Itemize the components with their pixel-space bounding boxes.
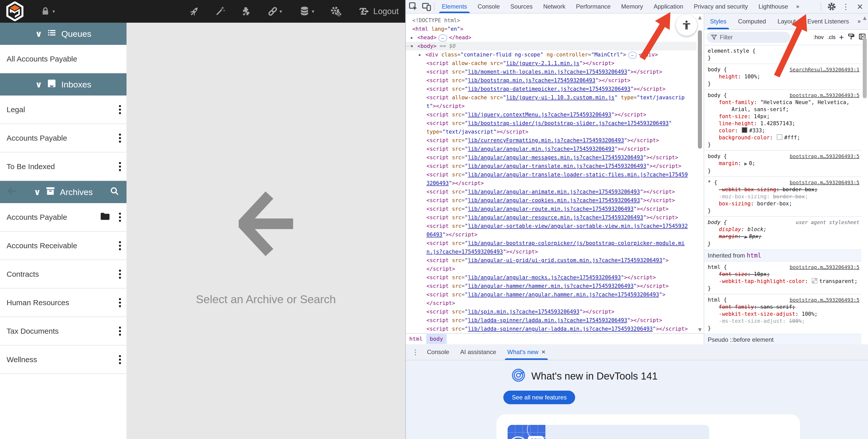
resource-link[interactable]: lib/bootstrap.min.js?cache=1754593206493 xyxy=(468,77,595,84)
property-name[interactable]: display xyxy=(719,226,741,232)
inherited-element-name[interactable]: html xyxy=(747,252,762,259)
property-value[interactable]: sans-serif xyxy=(760,304,792,310)
magic-wand-icon[interactable] xyxy=(214,5,226,17)
tab-console[interactable]: Console xyxy=(472,0,505,13)
dom-tree-row[interactable]: type="text/javascript"></script> xyxy=(406,127,696,136)
dom-tree-row[interactable]: n.js?cache=1754593206493"></script> xyxy=(406,248,696,256)
elements-scrollbar[interactable]: ▲ ▼ xyxy=(696,13,703,333)
inspect-element-icon[interactable] xyxy=(408,1,419,12)
dom-tree-row[interactable]: <script src="lib/bootstrap.min.js?cache=… xyxy=(406,76,696,85)
dom-tree-row[interactable]: <script src="lib/angular/angular.min.js?… xyxy=(406,145,696,153)
css-property[interactable]: font-family: "Helvetica Neue", Helvetica… xyxy=(708,99,862,113)
property-value[interactable]: 100% xyxy=(789,318,802,324)
css-selector[interactable]: body xyxy=(708,66,720,72)
css-property[interactable]: margin: ▶0; xyxy=(708,160,862,167)
resource-link[interactable]: 06493 xyxy=(427,231,442,238)
property-value[interactable]: 14px xyxy=(754,114,767,120)
dom-tree-row[interactable]: <script src="lib/angular/angular-animate… xyxy=(406,188,696,196)
square9-logo[interactable] xyxy=(5,1,24,21)
css-selector[interactable]: body xyxy=(708,92,720,98)
scrollbar-thumb[interactable] xyxy=(698,30,702,149)
tab-event-listeners[interactable]: Event Listeners xyxy=(802,13,855,29)
css-property[interactable]: -moz-box-sizing: border-box; xyxy=(708,193,862,200)
property-value[interactable]: #fff xyxy=(784,134,797,140)
resource-link[interactable]: lib/angular/angular-translate-loader-sta… xyxy=(468,171,687,178)
dom-tree-row[interactable]: <script src="lib/angular/angular-mocks.j… xyxy=(406,273,696,282)
dom-tree-row[interactable]: ▸<head>…</head> xyxy=(406,33,696,42)
dom-tree-row[interactable]: <script allow-cache src="lib/jquery-2.1.… xyxy=(406,59,696,67)
resource-link[interactable]: lib/angular/angular-cookies.min.js?cache… xyxy=(468,197,640,203)
sidebar-item-tax-documents[interactable]: Tax Documents xyxy=(0,317,126,345)
drawer-tab-ai-assistance[interactable]: AI assistance xyxy=(455,344,502,360)
dom-tree-row[interactable]: <script src="lib/angular-bootstrap-color… xyxy=(406,239,696,248)
dom-tree-row[interactable]: 06493"></script> xyxy=(406,230,696,239)
puzzle-icon[interactable] xyxy=(240,5,251,17)
tab-privacy-and-security[interactable]: Privacy and security xyxy=(688,0,753,13)
more-tabs-icon[interactable]: » xyxy=(794,3,802,10)
resource-link[interactable]: 3206493 xyxy=(427,180,449,186)
sidebar-item-all-accounts-payable[interactable]: All Accounts Payable xyxy=(0,45,126,73)
highlight-media-row[interactable]: new See past highlights from Chrome 140 xyxy=(507,425,709,439)
styles-scrollbar[interactable]: ▲ xyxy=(862,31,868,344)
dom-tree-row[interactable]: <script src="lib/angular-hammer/angular.… xyxy=(406,290,696,299)
tab-styles[interactable]: Styles xyxy=(704,13,732,29)
stylesheet-source-link[interactable]: bootstrap.m…593206493:5 xyxy=(789,92,860,99)
inline-expand-button[interactable]: … xyxy=(628,52,637,59)
dom-tree-row[interactable]: ▸<div class="container-fluid ng-scope" n… xyxy=(406,51,696,59)
back-arrow-icon[interactable] xyxy=(6,186,18,198)
property-name[interactable]: margin xyxy=(719,160,738,166)
resource-link[interactable]: lib/angular-sortable-view/angular-sortab… xyxy=(468,223,687,229)
dom-tree-row[interactable]: <script src="lib/angular/angular-transla… xyxy=(406,162,696,170)
close-tab-icon[interactable]: × xyxy=(541,344,546,360)
property-value[interactable]: transparent xyxy=(819,278,855,284)
property-value[interactable]: block xyxy=(747,226,764,232)
styles-filter-input[interactable]: Filter xyxy=(707,32,790,43)
resource-link[interactable]: lib/angular/angular-animate.min.js?cache… xyxy=(468,189,640,195)
property-name[interactable]: font-family xyxy=(719,99,754,105)
dom-tree-row[interactable]: <html lang="en"> xyxy=(406,25,696,33)
property-name[interactable]: -moz-box-sizing xyxy=(719,193,767,199)
resource-link[interactable]: lib/angular-ui-grid/ui-grid.custom.min.j… xyxy=(468,257,662,263)
resource-link[interactable]: lib/ladda-spinner/angular-ladda.min.js?c… xyxy=(468,326,652,332)
lock-menu[interactable]: ▾ xyxy=(40,6,55,17)
sidebar-section-header-archives[interactable]: ∨Archives xyxy=(0,181,126,203)
stylesheet-source-link[interactable]: bootstrap.m…593206493:5 xyxy=(789,179,860,186)
dom-tree-row[interactable]: <script src="lib/angular-hammer/hammer.m… xyxy=(406,282,696,290)
dom-tree-row[interactable]: <script src="lib/angular/angular-resourc… xyxy=(406,213,696,222)
dom-tree-row[interactable]: <script src="lib/angular/angular-route.m… xyxy=(406,205,696,213)
kebab-menu-icon[interactable] xyxy=(119,162,121,171)
property-name[interactable]: line-height xyxy=(719,121,754,126)
property-name[interactable]: height xyxy=(719,73,738,80)
scrollbar-thumb[interactable] xyxy=(863,38,867,98)
sidebar-item-to-be-indexed[interactable]: To Be Indexed xyxy=(0,153,126,181)
property-name[interactable]: font-family xyxy=(719,304,754,310)
kebab-menu-icon[interactable] xyxy=(119,270,121,279)
resource-link[interactable]: lib/angular-bootstrap-colorpicker/js/boo… xyxy=(468,240,684,246)
dom-tree-row[interactable]: </script> xyxy=(406,299,696,308)
dom-tree-row[interactable]: <!DOCTYPE html> xyxy=(406,16,696,25)
inline-expand-button[interactable]: … xyxy=(438,34,447,41)
resource-link[interactable]: lib/angular/angular-resource.min.js?cach… xyxy=(468,215,643,220)
dom-tree-row[interactable]: <script src="lib/angular/angular-transla… xyxy=(406,170,696,179)
css-property[interactable]: margin: ▶8px; xyxy=(708,233,862,241)
dom-tree-row[interactable]: t"></script> xyxy=(406,102,696,111)
css-property[interactable]: display: block; xyxy=(708,226,862,233)
dom-tree-row[interactable]: <script src="lib/ladda-spinner/ladda.min… xyxy=(406,316,696,324)
css-property[interactable]: font-size: 14px; xyxy=(708,113,862,120)
dom-tree-row[interactable]: <script src="lib/bootstrap-datetimepicke… xyxy=(406,85,696,93)
dom-tree-row[interactable]: <script src="lib/angular-ui-grid/ui-grid… xyxy=(406,256,696,264)
expand-shorthand-icon[interactable]: ▶ xyxy=(744,161,747,166)
sidebar-item-accounts-receivable[interactable]: Accounts Receivable xyxy=(0,231,126,260)
tab-sources[interactable]: Sources xyxy=(505,0,538,13)
property-name[interactable]: -webkit-box-sizing xyxy=(719,187,776,192)
resource-link[interactable]: lib/jquery-2.1.1.min.js xyxy=(506,60,580,66)
drawer-kebab-icon[interactable]: ⋮ xyxy=(412,348,419,356)
expand-arrow-icon[interactable]: ▾ xyxy=(411,42,413,51)
close-devtools-icon[interactable]: × xyxy=(855,1,866,12)
css-property[interactable]: color: #333; xyxy=(708,127,862,134)
tab-lighthouse[interactable]: Lighthouse xyxy=(753,0,793,13)
gears-icon[interactable] xyxy=(330,5,342,17)
dom-tree-row[interactable]: </script> xyxy=(406,264,696,273)
resource-link[interactable]: lib/ladda-spinner/ladda.min.js?cache=175… xyxy=(468,317,627,323)
tab-application[interactable]: Application xyxy=(648,0,688,13)
